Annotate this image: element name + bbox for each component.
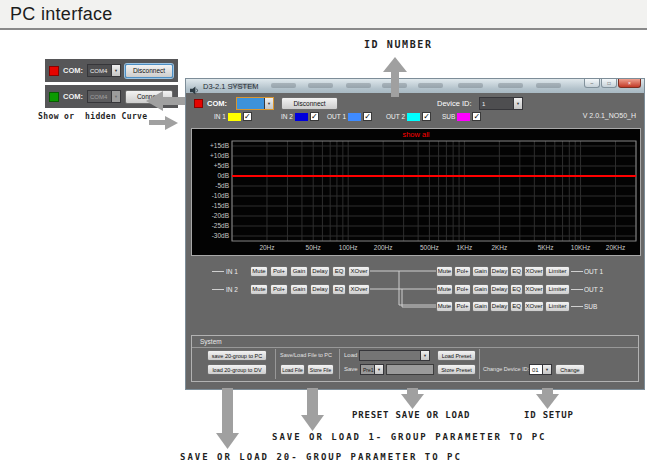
chevron-down-icon[interactable]: ▼	[513, 98, 522, 109]
svg-text:50Hz: 50Hz	[306, 244, 321, 251]
device-id-select[interactable]: 1 ▼	[479, 97, 523, 110]
minimize-button[interactable]: –	[584, 79, 600, 88]
load-20-group-button[interactable]: load 20-group to DV	[207, 364, 267, 375]
arrow-to-com-panels	[146, 91, 187, 111]
speaker-icon	[190, 81, 199, 99]
channel-label: SUB	[584, 303, 597, 310]
arrow-preset-save-load	[401, 388, 424, 409]
channel-button-xover[interactable]: XOver	[524, 284, 544, 295]
close-button[interactable]: ×	[618, 79, 641, 88]
channel-button-gain[interactable]: Gain	[290, 266, 308, 277]
channel-button-xover[interactable]: XOver	[348, 284, 370, 295]
channel-button-limiter[interactable]: Limiter	[545, 284, 570, 295]
channel-button-gain[interactable]: Gain	[472, 301, 489, 312]
channel-button-eq[interactable]: EQ	[510, 301, 523, 312]
arrow-id-setup	[536, 388, 559, 409]
maximize-button[interactable]: □	[601, 79, 617, 88]
curve-color-swatch	[407, 113, 420, 121]
com-status-led	[194, 99, 203, 108]
com-port-select[interactable]: ▼	[236, 97, 274, 110]
channel-button-limiter[interactable]: Limiter	[545, 266, 570, 277]
change-device-id-button[interactable]: Change	[555, 364, 585, 375]
load-preset-button[interactable]: Load Preset	[437, 350, 476, 361]
channel-button-xover[interactable]: XOver	[348, 266, 370, 277]
page: PC interface COM: COM4 ▼ Disconnect COM:…	[0, 0, 647, 475]
channel-button-gain[interactable]: Gain	[290, 284, 308, 295]
channel-button-mute[interactable]: Mute	[250, 266, 268, 277]
annotation-id-setup: ID SETUP	[524, 410, 574, 420]
channel-button-xover[interactable]: XOver	[524, 301, 544, 312]
channel-button-delay[interactable]: Delay	[310, 266, 330, 277]
curve-checkbox[interactable]: ✓	[310, 112, 319, 121]
preset-load-select[interactable]: ▼	[359, 350, 430, 361]
chevron-down-icon[interactable]: ▼	[542, 365, 551, 374]
store-preset-button[interactable]: Store Preset	[437, 364, 476, 375]
window-titlebar[interactable]: D3-2.1 SYSTEM – □ ×	[186, 79, 644, 93]
annotation-save-load-20-group: SAVE OR LOAD 20- GROUP PARAMETER TO PC	[180, 452, 462, 462]
channel-button-pol+[interactable]: Pol+	[454, 284, 471, 295]
device-id-label: Device ID:	[437, 99, 472, 108]
svg-text:+10dB: +10dB	[210, 152, 229, 159]
version-label: V 2.0.1_NO50_H	[583, 112, 636, 119]
channel-button-eq[interactable]: EQ	[332, 266, 346, 277]
svg-text:-30dB: -30dB	[212, 232, 229, 239]
channel-button-mute[interactable]: Mute	[436, 266, 453, 277]
change-device-id-select[interactable]: 01 ▼	[529, 364, 552, 375]
wire-stub	[571, 271, 583, 272]
curve-checkbox[interactable]: ✓	[243, 112, 252, 121]
annotation-save-load-1-group: SAVE OR LOAD 1- GROUP PARAMETER TO PC	[272, 432, 546, 442]
chevron-down-icon: ▼	[111, 91, 120, 102]
svg-text:200Hz: 200Hz	[374, 244, 393, 251]
channel-button-mute[interactable]: Mute	[436, 284, 453, 295]
annotation-show-hidden-curve: Show or hidden Curve	[38, 112, 148, 121]
channel-button-gain[interactable]: Gain	[472, 284, 489, 295]
channel-button-eq[interactable]: EQ	[510, 284, 523, 295]
disconnect-button[interactable]: Disconnect	[281, 97, 338, 110]
com-port-select[interactable]: COM4 ▼	[87, 64, 121, 77]
app-window: D3-2.1 SYSTEM – □ × COM: ▼ Disconnect De…	[185, 78, 645, 390]
svg-text:-5dB: -5dB	[215, 182, 229, 189]
com-port-select-disabled[interactable]: COM4 ▼	[87, 90, 121, 103]
wire-stub	[571, 289, 583, 290]
menu-ghost	[458, 83, 483, 88]
output-channel-row-out-1: MutePol+GainDelayEQXOverLimiterOUT 1	[436, 265, 603, 277]
curve-toggle-out-2: OUT 2✓	[386, 112, 431, 121]
preset-name-input[interactable]	[386, 364, 434, 375]
channel-button-limiter[interactable]: Limiter	[545, 301, 570, 312]
channel-button-delay[interactable]: Delay	[490, 284, 509, 295]
chevron-down-icon[interactable]: ▼	[374, 365, 383, 374]
channel-button-gain[interactable]: Gain	[472, 266, 489, 277]
curve-toggle-in-2: IN 2✓	[281, 112, 319, 121]
disconnect-button[interactable]: Disconnect	[125, 64, 173, 78]
menu-ghost	[536, 83, 561, 88]
channel-button-pol+[interactable]: Pol+	[454, 301, 471, 312]
channel-button-delay[interactable]: Delay	[490, 266, 509, 277]
curve-checkbox[interactable]: ✓	[422, 112, 431, 121]
store-file-button[interactable]: Store File	[307, 364, 334, 375]
svg-text:20KHz: 20KHz	[606, 244, 626, 251]
channel-button-eq[interactable]: EQ	[332, 284, 346, 295]
preset-slot-select[interactable]: Pre1 ▼	[360, 364, 384, 375]
channel-button-delay[interactable]: Delay	[310, 284, 330, 295]
load-file-button[interactable]: Load File	[280, 364, 305, 375]
chart-canvas: +15dB+10dB+5dB0dB-5dB-10dB-15dB-20dB-25d…	[192, 129, 640, 255]
channel-button-delay[interactable]: Delay	[490, 301, 509, 312]
channel-button-pol+[interactable]: Pol+	[270, 284, 288, 295]
save-20-group-button[interactable]: save 20-group to PC	[207, 350, 267, 361]
curve-checkbox[interactable]: ✓	[363, 112, 372, 121]
channel-button-mute[interactable]: Mute	[436, 301, 453, 312]
channel-button-xover[interactable]: XOver	[524, 266, 544, 277]
chevron-down-icon[interactable]: ▼	[111, 65, 120, 76]
chevron-down-icon[interactable]: ▼	[420, 351, 429, 360]
menu-ghost	[271, 83, 296, 88]
file-section-label: Save/Load File to PC	[280, 352, 332, 358]
channel-button-eq[interactable]: EQ	[510, 266, 523, 277]
curve-checkbox[interactable]: ✓	[472, 112, 481, 121]
input-channel-row-in-2: IN 2MutePol+GainDelayEQXOver	[212, 283, 370, 295]
svg-text:500Hz: 500Hz	[420, 244, 439, 251]
change-device-id-label: Change Device ID:	[483, 366, 529, 372]
channel-button-mute[interactable]: Mute	[250, 284, 268, 295]
channel-button-pol+[interactable]: Pol+	[454, 266, 471, 277]
chevron-down-icon[interactable]: ▼	[264, 98, 273, 109]
channel-button-pol+[interactable]: Pol+	[270, 266, 288, 277]
